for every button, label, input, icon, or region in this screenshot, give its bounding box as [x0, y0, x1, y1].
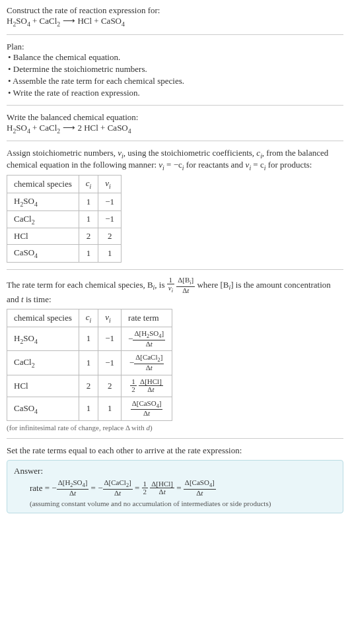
rate-label: rate = — [30, 483, 52, 493]
rateterm-table: chemical species ci νi rate term H2SO4 1… — [7, 309, 172, 421]
table-header-row: chemical species ci νi rate term — [7, 309, 172, 327]
neg: − — [128, 333, 133, 343]
text: , is — [155, 279, 166, 289]
text: = −c — [164, 160, 182, 170]
col-ci: ci — [79, 309, 98, 327]
text: The rate term for each chemical species,… — [7, 279, 153, 289]
rateterm-note: (for infinitesimal rate of change, repla… — [7, 424, 343, 432]
cell-c: 1 — [79, 245, 98, 263]
col-species: chemical species — [7, 309, 79, 327]
frac-dbi-dt: Δ[Bi]Δt — [176, 276, 195, 294]
frac-den: Δt — [134, 364, 164, 372]
table-row: CaSO411 — [7, 245, 122, 263]
rateterm-intro: The rate term for each chemical species,… — [7, 276, 343, 305]
frac-num: Δ[H2SO4] — [133, 330, 165, 340]
table-row: HCl22 — [7, 228, 122, 245]
text: , using the stoichiometric coefficients, — [123, 148, 257, 158]
cell-c: 1 — [79, 210, 98, 228]
cell-c: 1 — [79, 327, 98, 350]
frac: Δ[HCl]Δt — [139, 378, 163, 394]
divider — [7, 141, 343, 141]
eq-arrow: ⟶ — [60, 16, 77, 26]
balanced-section: Write the balanced chemical equation: H2… — [7, 112, 343, 135]
cell-c: 1 — [79, 351, 98, 375]
neg: − — [129, 358, 134, 368]
cell-nu: 2 — [98, 228, 122, 245]
plan-item: • Determine the stoichiometric numbers. — [8, 64, 343, 75]
frac: Δ[HCl]Δt — [150, 480, 174, 496]
frac-num: Δ[CaSO4] — [131, 400, 163, 410]
plan-text: Assemble the rate term for each chemical… — [13, 76, 184, 86]
frac-half: 12 — [142, 480, 149, 496]
eq-part: SO — [16, 16, 27, 26]
frac-num: Δ[Bi] — [176, 276, 195, 287]
plan-item: • Balance the chemical equation. — [8, 52, 343, 63]
frac-den: Δt — [176, 287, 195, 295]
col-rateterm: rate term — [122, 309, 172, 327]
frac-num: Δ[H2SO4] — [57, 479, 89, 490]
plan-title: Plan: — [7, 42, 343, 52]
frac: Δ[H2SO4]Δt — [57, 479, 89, 497]
frac-den: Δt — [57, 490, 89, 498]
prompt-equation: H2SO4 + CaCl2 ⟶ HCl + CaSO4 — [7, 16, 343, 28]
cell-species: H2SO4 — [7, 327, 79, 350]
col-nui: νi — [98, 176, 122, 193]
cell-species: CaSO4 — [7, 397, 79, 420]
frac-den: 2 — [142, 488, 149, 496]
table-header-row: chemical species ci νi — [7, 176, 122, 193]
eq: = — [176, 483, 184, 493]
text: = c — [251, 160, 264, 170]
stoich-table: chemical species ci νi H2SO41−1 CaCl21−1… — [7, 175, 122, 262]
eq-arrow: ⟶ — [60, 123, 77, 133]
neg: − — [98, 483, 102, 493]
eq-part: SO — [16, 123, 27, 133]
cell-species: H2SO4 — [7, 193, 79, 210]
cell-species: HCl — [7, 375, 79, 397]
cell-rateterm: −Δ[H2SO4]Δt — [122, 327, 172, 350]
divider — [7, 34, 343, 35]
frac-den: Δt — [103, 490, 133, 498]
cell-c: 1 — [79, 397, 98, 420]
table-row: CaCl2 1 −1 −Δ[CaCl2]Δt — [7, 351, 172, 375]
text: Δ[B — [178, 276, 190, 284]
prompt-title: Construct the rate of reaction expressio… — [7, 5, 343, 16]
frac-den: νi — [167, 284, 174, 294]
divider — [7, 438, 343, 439]
prompt-section: Construct the rate of reaction expressio… — [7, 5, 343, 28]
plan-text: Write the rate of reaction expression. — [13, 88, 140, 98]
balanced-equation: H2SO4 + CaCl2 ⟶ 2 HCl + CaSO4 — [7, 123, 343, 135]
cell-species: HCl — [7, 228, 79, 245]
text: for products: — [265, 160, 312, 170]
rateterm-section: The rate term for each chemical species,… — [7, 276, 343, 432]
stoich-intro: Assign stoichiometric numbers, νi, using… — [7, 148, 343, 171]
cell-rateterm: −Δ[CaCl2]Δt — [122, 351, 172, 375]
frac: Δ[CaSO4]Δt — [131, 400, 163, 418]
cell-nu: 2 — [98, 375, 122, 397]
eq: = — [91, 483, 98, 493]
stoich-section: Assign stoichiometric numbers, νi, using… — [7, 148, 343, 263]
divider — [7, 269, 343, 270]
plan-list: • Balance the chemical equation. • Deter… — [8, 52, 343, 98]
cell-nu: −1 — [98, 210, 122, 228]
table-row: CaSO4 1 1 Δ[CaSO4]Δt — [7, 397, 172, 420]
balanced-title: Write the balanced chemical equation: — [7, 112, 343, 123]
final-title: Set the rate terms equal to each other t… — [7, 445, 343, 456]
col-species: chemical species — [7, 176, 79, 193]
text: ] — [192, 276, 194, 284]
text: is time: — [24, 294, 52, 304]
cell-nu: 1 — [98, 245, 122, 263]
table-row: CaCl21−1 — [7, 210, 122, 228]
answer-box: Answer: rate = −Δ[H2SO4]Δt = −Δ[CaCl2]Δt… — [7, 460, 343, 513]
frac: Δ[CaCl2]Δt — [134, 354, 164, 371]
table-row: H2SO4 1 −1 −Δ[H2SO4]Δt — [7, 327, 172, 350]
plan-item: • Assemble the rate term for each chemic… — [8, 76, 343, 86]
table-row: H2SO41−1 — [7, 193, 122, 210]
plan-item: • Write the rate of reaction expression. — [8, 88, 343, 98]
cell-nu: 1 — [98, 397, 122, 420]
cell-species: CaCl2 — [7, 351, 79, 375]
divider — [7, 105, 343, 106]
eq-part: + CaCl — [30, 16, 57, 26]
eq-part: + CaCl — [30, 123, 57, 133]
eq-sub: 4 — [122, 20, 125, 28]
cell-nu: −1 — [98, 327, 122, 350]
